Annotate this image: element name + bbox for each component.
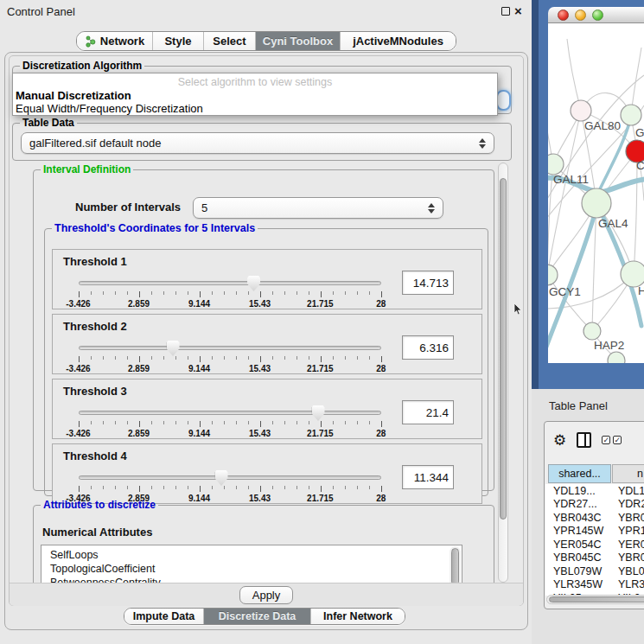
table-cell[interactable]: YBR0 — [612, 512, 644, 524]
tab-impute-data[interactable]: Impute Data — [124, 609, 204, 624]
list-item[interactable]: TopologicalCoefficient — [41, 562, 462, 576]
slider-track[interactable] — [79, 411, 381, 415]
number-of-intervals-combo[interactable]: 5 — [193, 197, 443, 219]
table-cell[interactable]: YLR3 — [612, 578, 644, 590]
table-cell[interactable]: YLR345W — [545, 578, 612, 590]
table-h-scrollbar-thumb[interactable] — [549, 596, 644, 603]
dropdown-item-equal-width[interactable]: Equal Width/Frequency Discretization — [13, 102, 497, 115]
columns-icon[interactable] — [577, 432, 591, 448]
slider-track[interactable] — [79, 475, 381, 480]
close-icon[interactable]: × — [514, 7, 522, 16]
slider-thumb[interactable] — [247, 276, 260, 291]
gear-icon[interactable]: ⚙ — [553, 433, 566, 448]
tick-mark — [175, 291, 176, 295]
table-cell[interactable]: YPR145W — [545, 525, 612, 537]
tick-label: 21.715 — [307, 364, 334, 373]
tick-mark — [200, 486, 201, 492]
table-row[interactable]: YDL19...YDL1 — [545, 484, 644, 498]
checkbox-icon[interactable]: ✓ — [613, 436, 622, 444]
network-node-gal11[interactable] — [548, 154, 564, 175]
traffic-light-zoom-icon[interactable] — [592, 10, 603, 21]
table-cell[interactable]: YBL079W — [545, 565, 612, 577]
dropdown-item-manual-discretization[interactable]: Manual Discretization — [13, 89, 497, 102]
slider-track[interactable] — [79, 346, 381, 350]
table-row[interactable]: YER054CYER0 — [545, 538, 644, 552]
threshold-value-input[interactable] — [402, 465, 454, 489]
table-rows: YDL19...YDL1YDR27...YDR2YBR043CYBR0YPR14… — [545, 484, 644, 596]
table-data-combo[interactable]: galFiltered.sif default node — [21, 132, 494, 154]
list-scrollbar-thumb[interactable] — [451, 548, 459, 583]
threshold-slider[interactable] — [79, 470, 381, 486]
threshold-slider[interactable] — [79, 405, 381, 421]
tick-mark — [236, 421, 237, 424]
stepper-icon[interactable] — [428, 203, 435, 214]
table-cell[interactable]: YDL19... — [545, 485, 612, 497]
table-cell[interactable]: YDL1 — [612, 485, 644, 497]
tab-cyni-toolbox[interactable]: Cyni Toolbox — [256, 32, 341, 50]
table-cell[interactable]: YPR1 — [612, 525, 644, 537]
node-label-c: C — [636, 159, 644, 172]
threshold-label: Threshold 2 — [63, 320, 127, 333]
traffic-light-close-icon[interactable] — [558, 10, 569, 21]
network-node-hap2[interactable] — [583, 322, 601, 340]
mac-titlebar[interactable] — [548, 7, 644, 23]
table-row[interactable]: YLR345WYLR3 — [545, 578, 644, 592]
tab-discretize-data[interactable]: Discretize Data — [204, 609, 311, 624]
tick-mark — [139, 486, 140, 492]
tab-infer-network[interactable]: Infer Network — [311, 609, 405, 624]
float-window-icon[interactable] — [501, 7, 510, 16]
column-header-shared[interactable]: shared... — [548, 464, 611, 483]
table-cell[interactable]: YDR2 — [612, 498, 644, 510]
slider-track[interactable] — [79, 281, 381, 285]
tab-select[interactable]: Select — [204, 32, 256, 50]
table-cell[interactable]: YER0 — [612, 539, 644, 551]
network-node-gcy1[interactable] — [548, 265, 558, 285]
tick-mark — [127, 486, 128, 489]
list-item[interactable]: SelfLoops — [41, 548, 462, 562]
tab-select-label: Select — [213, 35, 245, 48]
panel-scrollbar-thumb[interactable] — [500, 178, 507, 520]
traffic-light-minimize-icon[interactable] — [575, 10, 586, 21]
threshold-value-input[interactable] — [402, 335, 454, 360]
attributes-list[interactable]: SelfLoops TopologicalCoefficient Between… — [41, 545, 462, 583]
table-cell[interactable]: YBR0 — [612, 552, 644, 564]
threshold-box-2: Threshold 2 -3.4262.8599.14415.4321.7152… — [52, 314, 482, 374]
table-row[interactable]: YDR27...YDR2 — [545, 498, 644, 512]
table-cell[interactable]: YBR045C — [545, 552, 612, 564]
slider-thumb[interactable] — [167, 341, 180, 356]
column-header-name[interactable]: n — [612, 464, 644, 483]
tab-jactivemnodules[interactable]: jActiveMNodules — [341, 32, 456, 50]
table-row[interactable]: YPR145WYPR1 — [545, 525, 644, 539]
table-row[interactable]: YBL079WYBL0 — [545, 564, 644, 578]
table-cell[interactable]: YBL0 — [612, 565, 644, 577]
checkbox-icon[interactable]: ✓ — [602, 436, 610, 444]
threshold-slider[interactable] — [79, 341, 381, 356]
checkbox-icons[interactable]: ✓ ✓ — [602, 436, 622, 444]
table-cell[interactable]: YER054C — [545, 539, 612, 551]
network-node-g[interactable] — [621, 105, 641, 125]
network-node-gal80[interactable] — [571, 100, 591, 121]
algorithm-combo-edge[interactable] — [496, 90, 511, 111]
tick-mark — [357, 421, 358, 424]
table-cell[interactable]: YDR27... — [545, 498, 612, 510]
tab-network[interactable]: Network — [77, 32, 153, 50]
tick-label: 21.715 — [307, 299, 334, 309]
slider-thumb[interactable] — [312, 405, 325, 421]
slider-thumb[interactable] — [215, 470, 228, 486]
stepper-icon[interactable] — [479, 138, 486, 149]
list-item[interactable]: BetweennessCentrality — [41, 576, 462, 583]
table-h-scrollbar[interactable] — [546, 595, 644, 604]
panel-scrollbar[interactable] — [498, 163, 508, 583]
network-canvas[interactable]: GAL80 G C GAL11 GAL4 GCY1 H HAP2 — [548, 23, 644, 363]
network-node-h[interactable] — [621, 261, 644, 287]
list-scrollbar[interactable] — [450, 546, 461, 583]
apply-button[interactable]: Apply — [239, 586, 294, 604]
tab-style[interactable]: Style — [153, 32, 204, 50]
table-row[interactable]: YBR043CYBR0 — [545, 511, 644, 525]
table-cell[interactable]: YBR043C — [545, 512, 612, 524]
table-row[interactable]: YBR045CYBR0 — [545, 552, 644, 565]
threshold-value-input[interactable] — [402, 400, 454, 424]
network-node-gal4[interactable] — [582, 188, 611, 218]
threshold-value-input[interactable] — [402, 271, 454, 295]
threshold-slider[interactable] — [79, 276, 381, 291]
